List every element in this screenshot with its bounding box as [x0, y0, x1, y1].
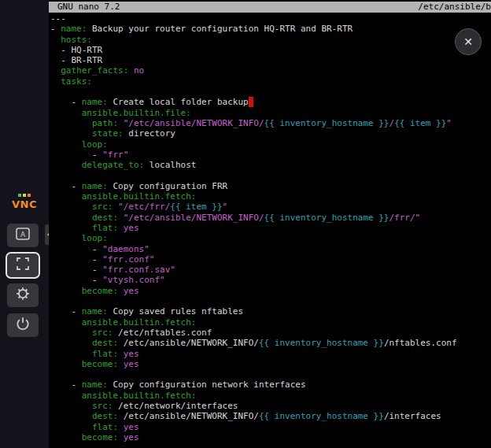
editor-line: ansible.builtin.file: — [50, 108, 457, 118]
editor-line: ansible.builtin.fetch: — [50, 391, 457, 401]
editor-line: gather_facts: no — [50, 65, 457, 76]
editor-line: path: "/etc/ansible/NETWORK_INFO/{{ inve… — [50, 118, 457, 128]
editor-line: src: "/etc/frr/{{ item }}" — [50, 202, 457, 212]
keyboard-button[interactable]: A — [7, 224, 39, 247]
editor-line: - name: Copy saved rules nftables — [50, 306, 457, 317]
fullscreen-icon — [14, 255, 31, 276]
nano-app-title: GNU nano 7.2 — [57, 2, 120, 13]
editor-line: loop: — [50, 139, 457, 150]
editor-line: - BR-RTR — [50, 55, 457, 65]
editor-line: dest: /etc/ansible/NETWORK_INFO/{{ inven… — [50, 411, 457, 421]
editor-line: delegate_to: localhost — [50, 160, 457, 170]
editor-line: flat: yes — [50, 349, 457, 359]
editor-line — [50, 170, 457, 180]
vnc-logo-dots — [6, 194, 42, 197]
editor-line: ansible.builtin.fetch: — [50, 317, 457, 328]
editor-line: src: /etc/network/interfaces — [50, 401, 457, 411]
editor-line: - "frr.conf" — [50, 254, 457, 265]
editor-line: become: yes — [50, 432, 457, 442]
editor-line: tasks: — [50, 76, 457, 87]
editor-line: - "vtysh.conf" — [50, 275, 457, 285]
nano-file-path: /etc/ansible/b — [418, 2, 491, 13]
editor-line — [50, 87, 457, 97]
power-button[interactable] — [7, 313, 39, 337]
editor-line: state: directory — [50, 128, 457, 139]
editor-line: - name: Create local folder backup — [50, 97, 457, 107]
editor-line: - name: Backup your router configuration… — [50, 24, 457, 34]
editor-line: flat: yes — [50, 422, 457, 432]
editor-line: - HQ-RTR — [50, 45, 457, 55]
editor-line: dest: "/etc/ansible/NETWORK_INFO/{{ inve… — [50, 213, 457, 223]
editor-line: loop: — [50, 233, 457, 243]
editor-line: become: yes — [50, 359, 457, 369]
gear-icon — [14, 285, 31, 305]
editor-line: src: /etc/nftables.conf — [50, 328, 457, 338]
power-icon — [14, 315, 31, 335]
close-button[interactable]: ✕ — [455, 28, 482, 55]
editor-line: - "daemons" — [50, 244, 457, 254]
screen: VNC A — [0, 0, 491, 448]
keyboard-icon: A — [14, 225, 31, 246]
editor-line: hosts: — [50, 35, 457, 45]
editor-line: flat: yes — [50, 223, 457, 233]
editor-line: ansible.builtin.fetch: — [50, 191, 457, 202]
terminal-window: GNU nano 7.2 /etc/ansible/b ---- name: B… — [49, 0, 491, 448]
editor-content[interactable]: ---- name: Backup your router configurat… — [50, 13, 457, 442]
editor-line: dest: /etc/ansible/NETWORK_INFO/{{ inven… — [50, 338, 457, 348]
editor-line: - "frr" — [50, 150, 457, 160]
editor-line — [50, 369, 457, 380]
fullscreen-button[interactable] — [7, 254, 39, 277]
editor-line — [50, 296, 457, 306]
svg-text:A: A — [20, 231, 26, 239]
vnc-logo: VNC — [6, 194, 42, 210]
text-cursor — [249, 97, 254, 107]
editor-line: - name: Copy configuration FRR — [50, 181, 457, 191]
nano-titlebar: GNU nano 7.2 /etc/ansible/b — [49, 2, 491, 13]
editor-line: --- — [50, 13, 457, 24]
settings-button[interactable] — [7, 283, 39, 307]
vnc-sidebar: VNC A — [0, 0, 49, 448]
editor-line: become: yes — [50, 286, 457, 296]
editor-line: - name: Copy configuration network inter… — [50, 380, 457, 390]
vnc-logo-text: VNC — [6, 198, 42, 210]
close-icon: ✕ — [463, 35, 473, 48]
editor-line: - "frr.conf.sav" — [50, 265, 457, 275]
